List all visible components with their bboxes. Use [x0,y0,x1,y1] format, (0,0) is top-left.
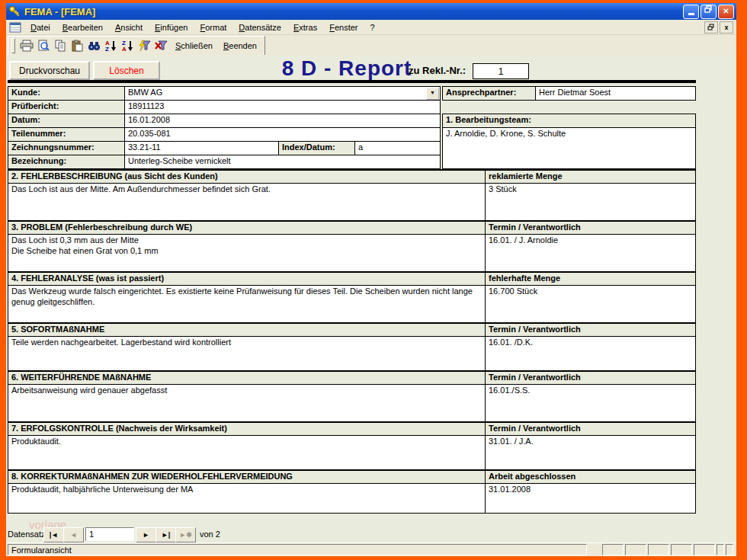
new-record-button[interactable]: ►✱ [175,527,196,542]
loeschen-button[interactable]: Löschen [93,61,160,80]
section8-right-title: Arbeit abgeschlossen [485,469,696,484]
teilenummer-label: Teilenummer: [8,127,125,142]
index-datum-label: Index/Datum: [278,141,355,155]
section3-title: 3. PROBLEM (Fehlerbeschreibung durch WE) [8,220,486,235]
status-pane-1 [602,544,624,555]
record-number-field[interactable]: 1 [85,527,134,541]
filter-by-selection-icon [138,40,151,52]
section6-content-field[interactable]: Arbeitsanweisung wird genauer abgefasst [8,384,486,422]
title-bar: FEMA - [FEMA] ✕ [6,3,736,20]
section6-title: 6. WEITERFÜHRENDE MAßNAHME [8,370,486,385]
restore-button[interactable] [701,5,717,19]
bearbeitungsteam-field[interactable]: J. Arnoldie, D. Krone, S. Schulte [442,127,696,169]
section6-right-field[interactable]: 16.01./S.S. [485,384,696,422]
restore-icon [704,5,713,14]
section4-content-field[interactable]: Das Werkzeug wurde falsch eingerichtet. … [8,285,486,323]
section3-right-field[interactable]: 16.01. / J. Arnoldie [485,234,696,272]
rekl-nr-label: zu Rekl.-Nr.: [409,65,466,76]
previous-record-button[interactable]: ◄ [63,527,84,542]
section7-content-field[interactable]: Produktaudit. [8,435,486,470]
teilenummer-field[interactable]: 20.035-081 [124,127,441,142]
menu-extras[interactable]: Extras [287,21,323,34]
record-count-label: von 2 [200,530,220,539]
druckvorschau-button[interactable]: Druckvorschau [9,61,90,80]
print-preview-button[interactable] [35,37,52,54]
pruefbericht-field[interactable]: 18911123 [124,100,441,114]
section2-content-field[interactable]: Das Loch ist aus der Mitte. Am Außendurc… [8,183,486,221]
paste-icon [71,40,83,52]
print-preview-icon [37,40,50,52]
status-pane-5 [694,544,715,555]
last-record-button[interactable]: ►| [155,527,176,542]
next-record-button[interactable]: ► [136,527,156,542]
minimize-button[interactable] [683,5,699,19]
toolbar-panel: A Z Z A [8,36,265,56]
first-record-button[interactable]: |◄ [43,527,64,542]
menu-datei[interactable]: Datei [24,21,56,34]
print-button[interactable] [18,37,35,54]
find-icon [88,40,101,51]
ansprechpartner-field[interactable]: Herr Dietmar Soest [535,86,696,101]
record-nav-label: Datensatz: [8,530,48,539]
paste-button[interactable] [69,37,85,54]
mdi-restore-button[interactable] [704,21,718,34]
mdi-close-button[interactable]: x [720,21,733,34]
menu-ansicht[interactable]: Ansicht [109,21,149,34]
section2-right-title: reklamierte Menge [485,169,696,184]
section4-right-field[interactable]: 16.700 Stück [485,285,696,323]
kunde-field[interactable]: BMW AG ▼ [124,86,441,101]
kunde-dropdown-button[interactable]: ▼ [426,88,439,100]
menu-hilfe[interactable]: ? [364,21,380,34]
menu-fenster[interactable]: Fenster [323,21,364,34]
section8-right-field[interactable]: 31.01.2008 [485,483,696,514]
find-button[interactable] [85,37,102,54]
menu-datensaetze[interactable]: Datensätze [232,21,287,34]
toolbar: A Z Z A [6,35,736,55]
window-title: FEMA - [FEMA] [24,6,681,18]
beenden-button[interactable]: Beenden [219,40,261,52]
sort-descending-button[interactable]: Z A [119,37,136,54]
status-pane-2 [625,544,646,555]
close-button[interactable]: ✕ [718,5,734,19]
status-pane-7 [726,544,733,555]
rekl-nr-field[interactable]: 1 [473,63,529,79]
previous-record-icon: ◄ [70,531,77,539]
menu-bearbeiten[interactable]: Bearbeiten [56,21,109,34]
datum-label: Datum: [8,114,125,128]
filter-by-selection-button[interactable] [136,37,152,54]
index-datum-field[interactable]: a [354,141,441,155]
sort-ascending-icon: A Z [104,40,117,52]
section7-right-field[interactable]: 31.01. / J.A. [485,435,696,470]
last-record-icon: ►| [162,531,170,539]
toolbar-handle[interactable] [11,38,15,53]
section5-right-field[interactable]: 16.01. /D.K. [485,336,696,371]
datum-field[interactable]: 16.01.2008 [124,114,441,128]
copy-icon [54,40,66,52]
sort-ascending-button[interactable]: A Z [102,37,119,54]
mdi-restore-icon [707,24,715,31]
section5-right-title: Termin / Verantwortlich [485,322,696,337]
section3-right-title: Termin / Verantwortlich [485,220,696,235]
remove-filter-button[interactable] [152,37,169,54]
schliessen-button[interactable]: Schließen [171,40,217,52]
section5-content-field[interactable]: Teile werden nachgearbeitet. Lagerbestan… [8,336,486,371]
bezeichnung-field[interactable]: Unterleg-Scheibe vernickelt [124,155,441,169]
zeichnungsnummer-field[interactable]: 33.21-11 [124,141,279,155]
status-pane-6 [717,544,724,555]
menu-einfuegen[interactable]: Einfügen [149,21,194,34]
section7-title: 7. ERFOLGSKONTROLLE (Nachweis der Wirksa… [8,421,486,436]
menu-format[interactable]: Format [194,21,232,34]
bezeichnung-label: Bezeichnung: [8,155,125,169]
kunde-label: Kunde: [8,86,125,101]
print-icon [20,40,34,52]
first-record-icon: |◄ [50,531,58,539]
section3-content-field[interactable]: Das Loch ist 0,3 mm aus der Mitte Die Sc… [8,234,486,272]
kunde-value: BMW AG [128,88,162,97]
copy-button[interactable] [52,37,69,54]
section4-title: 4. FEHLERANALYSE (was ist passiert) [8,271,486,286]
section2-right-field[interactable]: 3 Stück [485,183,696,221]
zeichnungsnummer-label: Zeichnungsnummer: [8,141,125,155]
section7-right-title: Termin / Verantwortlich [485,421,696,436]
form-icon [9,22,21,33]
section8-content-field[interactable]: Produktaudit, halbjährliche Unterweisung… [8,483,486,514]
